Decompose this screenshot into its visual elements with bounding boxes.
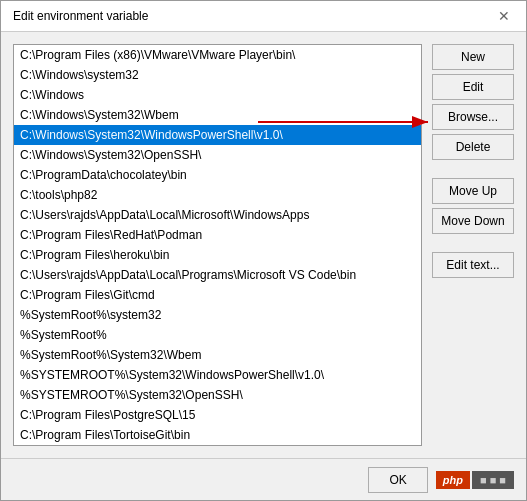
- move-up-button[interactable]: Move Up: [432, 178, 514, 204]
- list-item[interactable]: C:\Windows\system32: [14, 65, 421, 85]
- footer: OK php ■ ■ ■: [1, 458, 526, 501]
- list-item[interactable]: %SYSTEMROOT%\System32\WindowsPowerShell\…: [14, 365, 421, 385]
- list-item[interactable]: C:\Program Files (x86)\VMware\VMware Pla…: [14, 45, 421, 65]
- list-item[interactable]: C:\Program Files\Git\cmd: [14, 285, 421, 305]
- ok-button[interactable]: OK: [368, 467, 427, 493]
- new-button[interactable]: New: [432, 44, 514, 70]
- list-item[interactable]: C:\Windows\System32\Wbem: [14, 105, 421, 125]
- dialog: Edit environment variable ✕ C:\Program F…: [0, 0, 527, 501]
- spacer1: [432, 164, 514, 174]
- taskbar-badge: ■ ■ ■: [472, 471, 514, 489]
- move-down-button[interactable]: Move Down: [432, 208, 514, 234]
- list-item[interactable]: C:\Program Files\PostgreSQL\15: [14, 405, 421, 425]
- close-button[interactable]: ✕: [494, 9, 514, 23]
- list-item[interactable]: %SystemRoot%\System32\Wbem: [14, 345, 421, 365]
- delete-button[interactable]: Delete: [432, 134, 514, 160]
- list-wrapper: C:\Program Files (x86)\VMware\VMware Pla…: [13, 44, 422, 446]
- env-var-list[interactable]: C:\Program Files (x86)\VMware\VMware Pla…: [13, 44, 422, 446]
- content-area: C:\Program Files (x86)\VMware\VMware Pla…: [1, 32, 526, 458]
- browse-button[interactable]: Browse...: [432, 104, 514, 130]
- list-item[interactable]: C:\tools\php82: [14, 185, 421, 205]
- spacer2: [432, 238, 514, 248]
- edit-text-button[interactable]: Edit text...: [432, 252, 514, 278]
- title-bar: Edit environment variable ✕: [1, 1, 526, 32]
- dialog-title: Edit environment variable: [13, 9, 148, 23]
- php-badge: php: [436, 471, 470, 489]
- list-item[interactable]: C:\Windows\System32\WindowsPowerShell\v1…: [14, 125, 421, 145]
- list-item[interactable]: C:\Program Files\TortoiseGit\bin: [14, 425, 421, 445]
- list-item[interactable]: C:\Windows: [14, 85, 421, 105]
- edit-button[interactable]: Edit: [432, 74, 514, 100]
- list-item[interactable]: C:\Users\rajds\AppData\Local\Microsoft\W…: [14, 205, 421, 225]
- list-item[interactable]: C:\Users\rajds\AppData\Local\Programs\Mi…: [14, 265, 421, 285]
- list-item[interactable]: C:\ProgramData\chocolatey\bin: [14, 165, 421, 185]
- list-item[interactable]: C:\Program Files\RedHat\Podman: [14, 225, 421, 245]
- buttons-panel: New Edit Browse... Delete Move Up Move D…: [432, 44, 514, 446]
- list-item[interactable]: C:\Windows\System32\OpenSSH\: [14, 145, 421, 165]
- list-item[interactable]: C:\Program Files\heroku\bin: [14, 245, 421, 265]
- list-item[interactable]: %SystemRoot%\system32: [14, 305, 421, 325]
- list-item[interactable]: %SYSTEMROOT%\System32\OpenSSH\: [14, 385, 421, 405]
- list-item[interactable]: %SystemRoot%: [14, 325, 421, 345]
